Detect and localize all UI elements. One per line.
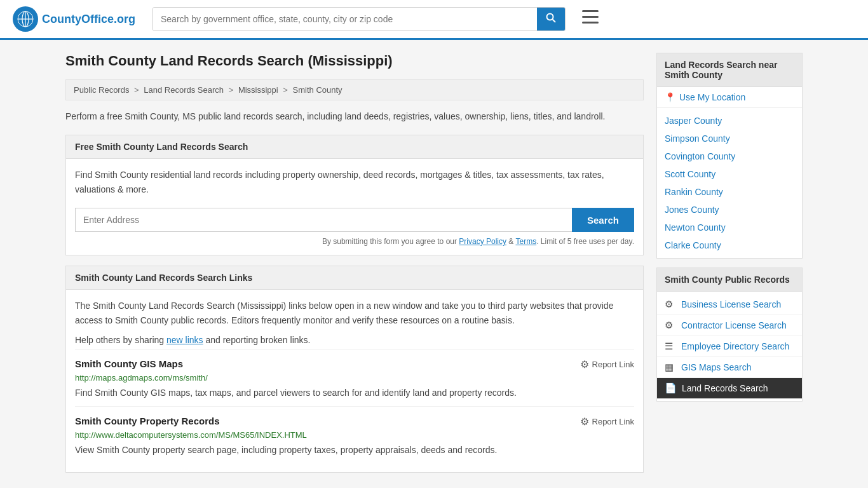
contractor-license-icon: ⚙ [665, 320, 676, 331]
svg-rect-7 [582, 16, 599, 18]
link-item-property-records-header: Smith County Property Records ⚙ Report L… [75, 416, 634, 428]
list-item: Jasper County [657, 112, 802, 130]
breadcrumb-land-records[interactable]: Land Records Search [144, 85, 224, 95]
business-license-link[interactable]: Business License Search [681, 299, 781, 309]
link-item-property-records: Smith County Property Records ⚙ Report L… [75, 406, 634, 463]
links-section-header: Smith County Land Records Search Links [66, 266, 643, 290]
sidebar-nearby-section: Land Records Search near Smith County 📍 … [656, 53, 803, 259]
logo-icon [13, 6, 38, 32]
free-search-description: Find Smith County residential land recor… [75, 168, 634, 196]
link-item-gis-maps-url: http://maps.agdmaps.com/ms/smith/ [75, 373, 634, 383]
gis-maps-link[interactable]: GIS Maps Search [681, 362, 752, 372]
list-item: ⚙ Contractor License Search [657, 315, 802, 336]
report-link-label-1: Report Link [592, 360, 634, 369]
list-item: ▦ GIS Maps Search [657, 357, 802, 378]
header-search-input[interactable] [153, 8, 537, 30]
link-item-property-records-title[interactable]: Smith County Property Records [75, 416, 220, 426]
free-search-section: Free Smith County Land Records Search Fi… [65, 135, 644, 255]
site-header: CountyOffice.org [0, 0, 868, 40]
page-title: Smith County Land Records Search (Missis… [65, 53, 644, 69]
sidebar-use-location: 📍 Use My Location [657, 87, 802, 108]
report-link-label-2: Report Link [592, 417, 634, 426]
link-item-gis-maps-desc: Find Smith County GIS maps, tax maps, an… [75, 386, 634, 400]
nearby-jones-county[interactable]: Jones County [665, 205, 719, 215]
list-item: 📄 Land Records Search [657, 378, 802, 398]
use-my-location-link[interactable]: Use My Location [679, 92, 745, 102]
contractor-license-link[interactable]: Contractor License Search [681, 320, 787, 330]
employee-directory-icon: ☰ [665, 341, 676, 352]
page-description: Perform a free Smith County, MS public l… [65, 109, 644, 123]
list-item: Newton County [657, 219, 802, 236]
list-item: Rankin County [657, 183, 802, 201]
links-section-content: The Smith County Land Records Search (Mi… [66, 290, 643, 472]
sidebar-nearby-header: Land Records Search near Smith County [657, 53, 802, 87]
svg-point-4 [547, 14, 553, 20]
nearby-scott-county[interactable]: Scott County [665, 169, 715, 179]
sidebar-public-records-section: Smith County Public Records ⚙ Business L… [656, 268, 803, 402]
list-item: ⚙ Business License Search [657, 294, 802, 315]
svg-line-5 [553, 20, 556, 23]
gis-maps-icon: ▦ [665, 362, 676, 373]
report-link-button-2[interactable]: ⚙ Report Link [580, 416, 634, 428]
new-links-link[interactable]: new links [166, 335, 203, 345]
link-item-gis-maps-header: Smith County GIS Maps ⚙ Report Link [75, 358, 634, 370]
header-search-button[interactable] [537, 8, 565, 30]
breadcrumb: Public Records > Land Records Search > M… [65, 79, 644, 100]
sidebar-public-records-list: ⚙ Business License Search ⚙ Contractor L… [657, 292, 802, 401]
breadcrumb-mississippi[interactable]: Mississippi [238, 85, 278, 95]
logo-area: CountyOffice.org [13, 6, 140, 32]
privacy-policy-link[interactable]: Privacy Policy [459, 237, 506, 246]
link-item-property-records-desc: View Smith County property search page, … [75, 444, 634, 457]
breadcrumb-public-records[interactable]: Public Records [74, 85, 129, 95]
links-intro: The Smith County Land Records Search (Mi… [75, 299, 634, 327]
list-item: ☰ Employee Directory Search [657, 336, 802, 357]
nearby-simpson-county[interactable]: Simpson County [665, 133, 730, 144]
sidebar-nearby-list: Jasper County Simpson County Covington C… [657, 108, 802, 258]
nearby-covington-county[interactable]: Covington County [665, 151, 735, 161]
terms-link[interactable]: Terms [515, 237, 536, 246]
report-icon-2: ⚙ [580, 416, 589, 428]
hamburger-button[interactable] [578, 6, 602, 32]
links-help: Help others by sharing new links and rep… [75, 335, 634, 345]
link-item-gis-maps-title[interactable]: Smith County GIS Maps [75, 358, 183, 369]
nearby-jasper-county[interactable]: Jasper County [665, 116, 722, 126]
content-area: Smith County Land Records Search (Missis… [65, 53, 644, 483]
list-item: Covington County [657, 147, 802, 165]
header-search-bar[interactable] [153, 7, 566, 31]
main-container: Smith County Land Records Search (Missis… [53, 40, 815, 488]
address-search-row: Search [75, 208, 634, 232]
report-icon-1: ⚙ [580, 358, 589, 370]
logo-text: CountyOffice.org [42, 13, 135, 26]
nearby-clarke-county[interactable]: Clarke County [665, 240, 721, 250]
sidebar: Land Records Search near Smith County 📍 … [656, 53, 803, 483]
list-item: Scott County [657, 165, 802, 183]
form-disclaimer: By submitting this form you agree to our… [75, 237, 634, 246]
list-item: Clarke County [657, 236, 802, 254]
list-item: Simpson County [657, 130, 802, 147]
employee-directory-link[interactable]: Employee Directory Search [681, 341, 789, 351]
link-item-property-records-url: http://www.deltacomputersystems.com/MS/M… [75, 430, 634, 440]
breadcrumb-smith-county[interactable]: Smith County [293, 85, 342, 95]
address-search-button[interactable]: Search [572, 208, 634, 232]
report-link-button-1[interactable]: ⚙ Report Link [580, 358, 634, 370]
land-records-icon: 📄 [665, 383, 677, 394]
links-section: Smith County Land Records Search Links T… [65, 266, 644, 473]
link-item-gis-maps: Smith County GIS Maps ⚙ Report Link http… [75, 349, 634, 406]
business-license-icon: ⚙ [665, 299, 676, 310]
land-records-link[interactable]: Land Records Search [682, 383, 768, 393]
nearby-newton-county[interactable]: Newton County [665, 222, 726, 233]
svg-rect-8 [582, 22, 599, 24]
svg-rect-6 [582, 10, 599, 12]
address-input[interactable] [75, 208, 572, 232]
nearby-rankin-county[interactable]: Rankin County [665, 187, 723, 197]
free-search-content: Find Smith County residential land recor… [66, 159, 643, 255]
location-pin-icon: 📍 [665, 92, 675, 102]
free-search-header: Free Smith County Land Records Search [66, 135, 643, 159]
sidebar-public-records-header: Smith County Public Records [657, 268, 802, 292]
list-item: Jones County [657, 201, 802, 219]
